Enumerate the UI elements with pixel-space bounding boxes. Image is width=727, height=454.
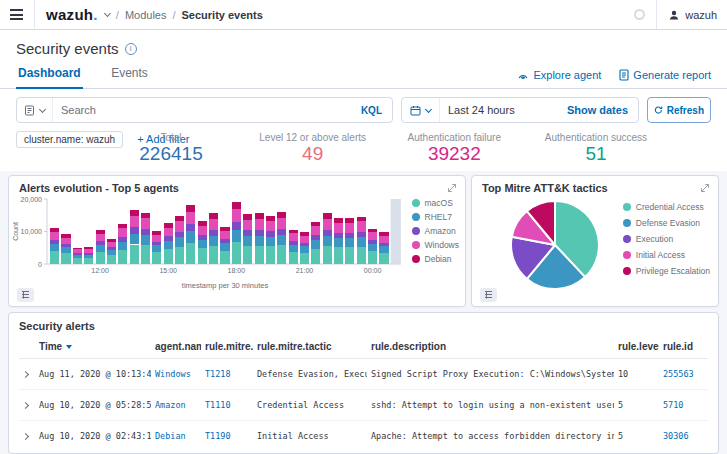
calendar-menu[interactable] xyxy=(402,98,440,122)
bar-segment-amazon[interactable] xyxy=(357,231,366,237)
expand-row-icon[interactable] xyxy=(22,433,29,440)
expand-icon[interactable] xyxy=(447,183,457,193)
bar-segment-debian[interactable] xyxy=(266,215,275,220)
bar-segment-debian[interactable] xyxy=(232,202,241,209)
bar-segment-windows[interactable] xyxy=(311,226,320,235)
bar-segment-amazon[interactable] xyxy=(323,229,332,235)
bar-segment-amazon[interactable] xyxy=(368,240,377,244)
tab-events[interactable]: Events xyxy=(109,64,150,87)
bar-segment-amazon[interactable] xyxy=(345,233,354,239)
bar-segment-rhel7[interactable] xyxy=(300,246,309,252)
health-status-icon[interactable] xyxy=(634,9,645,20)
bar-segment-amazon[interactable] xyxy=(130,227,139,234)
mitre-tactics-pie-chart[interactable] xyxy=(503,196,607,300)
legend-toggle-button[interactable] xyxy=(480,288,497,302)
saved-query-menu[interactable] xyxy=(17,98,53,122)
bar-segment-macos[interactable] xyxy=(107,255,116,264)
bar-segment-rhel7[interactable] xyxy=(107,250,116,255)
bar-segment-windows[interactable] xyxy=(334,223,343,233)
bar-segment-windows[interactable] xyxy=(266,221,275,231)
bar-segment-amazon[interactable] xyxy=(277,228,286,234)
bar-segment-amazon[interactable] xyxy=(107,247,116,250)
bar-segment-amazon[interactable] xyxy=(141,229,150,235)
bar-segment-debian[interactable] xyxy=(141,212,150,218)
bar-segment-macos[interactable] xyxy=(368,251,377,264)
legend-item-execution[interactable]: Execution xyxy=(623,234,710,244)
bar-segment-rhel7[interactable] xyxy=(141,235,150,245)
bar-segment-macos[interactable] xyxy=(300,252,309,263)
breadcrumb-modules[interactable]: Modules xyxy=(125,9,167,21)
bar-segment-macos[interactable] xyxy=(311,249,320,264)
bar-segment-windows[interactable] xyxy=(50,232,59,239)
bar-segment-debian[interactable] xyxy=(277,211,286,217)
bar-segment-debian[interactable] xyxy=(84,247,93,249)
bar-segment-amazon[interactable] xyxy=(186,224,195,231)
wazuh-logo[interactable]: wazuh. xyxy=(46,6,98,23)
bar-segment-macos[interactable] xyxy=(186,243,195,264)
bar-segment-windows[interactable] xyxy=(255,219,264,230)
bar-segment-rhel7[interactable] xyxy=(186,231,195,243)
bar-segment-rhel7[interactable] xyxy=(323,236,332,246)
explore-agent-button[interactable]: Explore agent xyxy=(517,69,601,81)
bar-segment-macos[interactable] xyxy=(289,251,298,263)
bar-segment-rhel7[interactable] xyxy=(357,237,366,246)
bar-segment-debian[interactable] xyxy=(130,210,139,216)
bar-segment-amazon[interactable] xyxy=(300,242,309,246)
menu-icon[interactable] xyxy=(10,9,23,20)
bar-segment-windows[interactable] xyxy=(243,220,252,230)
legend-item-amazon[interactable]: Amazon xyxy=(412,226,459,236)
bar-segment-windows[interactable] xyxy=(232,209,241,222)
column-header-rule-id[interactable]: rule.id xyxy=(659,336,708,359)
bar-segment-debian[interactable] xyxy=(118,224,127,228)
agent-name-link[interactable]: Amazon xyxy=(151,389,201,420)
rule-id-link[interactable]: 5710 xyxy=(659,389,708,420)
column-header-agent-name[interactable]: agent.name xyxy=(151,336,201,359)
bar-segment-macos[interactable] xyxy=(379,252,388,263)
bar-segment-windows[interactable] xyxy=(73,249,82,253)
bar-segment-debian[interactable] xyxy=(323,213,332,219)
bar-segment-debian[interactable] xyxy=(50,228,59,232)
bar-segment-windows[interactable] xyxy=(84,249,93,253)
bar-segment-macos[interactable] xyxy=(50,251,59,264)
bar-segment-macos[interactable] xyxy=(243,246,252,264)
bar-segment-debian[interactable] xyxy=(357,216,366,221)
bar-segment-windows[interactable] xyxy=(277,217,286,228)
bar-segment-amazon[interactable] xyxy=(50,239,59,243)
bar-segment-amazon[interactable] xyxy=(118,236,127,241)
legend-item-windows[interactable]: Windows xyxy=(412,240,459,250)
bar-segment-debian[interactable] xyxy=(209,213,218,219)
bar-segment-windows[interactable] xyxy=(198,225,207,234)
bar-segment-debian[interactable] xyxy=(289,230,298,234)
bar-segment-debian[interactable] xyxy=(334,218,343,223)
column-header-rule-level[interactable]: rule.level xyxy=(614,336,659,359)
bar-segment-debian[interactable] xyxy=(255,213,264,219)
bar-segment-amazon[interactable] xyxy=(198,235,207,240)
bar-segment-macos[interactable] xyxy=(73,258,82,264)
legend-item-macos[interactable]: macOS xyxy=(412,198,459,208)
bar-segment-rhel7[interactable] xyxy=(118,241,127,249)
agent-name-link[interactable]: Debian xyxy=(151,420,201,451)
bar-segment-macos[interactable] xyxy=(209,246,218,264)
bar-segment-windows[interactable] xyxy=(152,235,161,242)
bar-segment-rhel7[interactable] xyxy=(198,240,207,248)
bar-segment-rhel7[interactable] xyxy=(50,244,59,251)
bar-segment-macos[interactable] xyxy=(96,252,105,264)
bar-segment-debian[interactable] xyxy=(164,223,173,228)
tab-dashboard[interactable]: Dashboard xyxy=(16,64,83,89)
bar-segment-windows[interactable] xyxy=(300,236,309,243)
generate-report-button[interactable]: Generate report xyxy=(619,69,711,81)
bar-segment-macos[interactable] xyxy=(61,253,70,264)
bar-segment-windows[interactable] xyxy=(186,211,195,223)
bar-segment-windows[interactable] xyxy=(323,219,332,230)
bar-segment-macos[interactable] xyxy=(345,247,354,264)
bar-segment-rhel7[interactable] xyxy=(130,234,139,245)
bar-segment-windows[interactable] xyxy=(368,232,377,239)
bar-segment-amazon[interactable] xyxy=(96,241,105,245)
bar-segment-windows[interactable] xyxy=(164,228,173,236)
chevron-down-icon[interactable] xyxy=(104,10,111,17)
user-menu[interactable]: wazuh xyxy=(668,9,717,21)
bar-segment-windows[interactable] xyxy=(175,221,184,231)
rule-id-link[interactable]: 30306 xyxy=(659,420,708,451)
refresh-button[interactable]: Refresh xyxy=(647,97,711,123)
bar-segment-debian[interactable] xyxy=(152,231,161,235)
